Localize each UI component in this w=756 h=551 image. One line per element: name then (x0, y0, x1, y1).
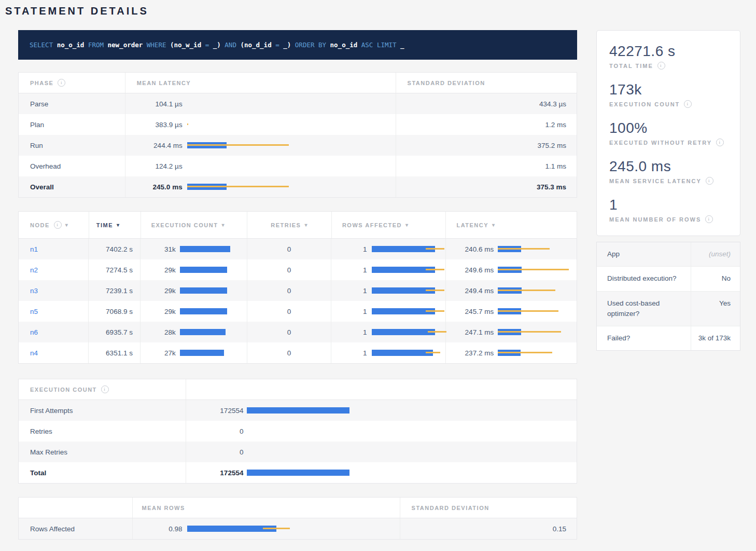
rows-affected-bar (372, 287, 445, 294)
mean-rows-bar (187, 526, 306, 532)
sql-token: _ (400, 41, 404, 49)
table-row: n1 7402.2 s 31k 0 1 240.6 ms (19, 239, 577, 259)
latency-bar (187, 121, 296, 128)
count-bar (247, 470, 361, 476)
retries-value: 0 (247, 342, 331, 363)
detail-label: Failed? (597, 326, 691, 350)
latency-value: 240.6 ms (456, 245, 494, 253)
detail-row-distributed-execution: Distributed execution? No (597, 267, 740, 291)
col-header-execution-count[interactable]: EXECUTION COUNT (141, 212, 247, 238)
count-bar (247, 407, 361, 414)
time-value: 6351.1 s (88, 342, 140, 363)
node-link[interactable]: n6 (30, 328, 38, 336)
exec-row-value: 172554 (198, 469, 243, 477)
latency-bar (498, 329, 577, 335)
col-header-retries[interactable]: RETRIES (247, 212, 331, 238)
sql-token: no_o_id (330, 41, 361, 49)
table-row: First Attempts 172554 (19, 400, 577, 421)
rows-affected-value: 1 (342, 287, 367, 295)
mean-latency-value: 244.4 ms (137, 142, 183, 149)
node-link[interactable]: n1 (30, 245, 38, 253)
latency-bar (187, 163, 296, 169)
rows-affected-label: Rows Affected (19, 518, 132, 539)
stat-total-time: 42271.6 s TOTAL TIME (609, 43, 727, 70)
count-bar (247, 428, 361, 434)
latency-value: 237.2 ms (456, 349, 494, 357)
info-icon[interactable] (657, 62, 665, 70)
page-title: STATEMENT DETAILS (5, 5, 756, 17)
col-header-latency[interactable]: LATENCY (445, 212, 577, 238)
detail-value: (unset) (691, 242, 740, 266)
phase-label: Overhead (19, 156, 125, 176)
node-link[interactable]: n3 (30, 287, 38, 295)
latency-bar (187, 184, 296, 190)
info-icon[interactable] (54, 221, 62, 229)
detail-value: 3k of 173k (691, 326, 740, 350)
rows-affected-bar (372, 350, 445, 356)
mean-latency-value: 245.0 ms (137, 183, 183, 191)
col-header-node[interactable]: NODE (19, 212, 89, 238)
node-link[interactable]: n2 (30, 266, 38, 274)
node-link[interactable]: n4 (30, 349, 38, 357)
summary-stats-card: 42271.6 s TOTAL TIME 173k EXECUTION COUN… (596, 30, 740, 236)
rows-affected-value: 1 (342, 308, 367, 315)
table-row: Plan 383.9 µs 1.2 ms (19, 114, 577, 135)
main-content: SELECT no_o_id FROM new_order WHERE (no_… (0, 30, 756, 540)
table-row: n3 7239.1 s 29k 0 1 249.4 ms (19, 280, 577, 301)
phase-label: Run (19, 135, 125, 156)
execution-count-value: 31k (151, 245, 176, 253)
rows-affected-bar (372, 246, 445, 252)
rows-affected-table: MEAN ROWS STANDARD DEVIATION Rows Affect… (18, 497, 577, 540)
execution-count-bar (180, 287, 247, 294)
table-row: n5 7068.9 s 29k 0 1 245.7 ms (19, 301, 577, 322)
info-icon[interactable] (716, 139, 724, 146)
execution-count-bar (180, 308, 247, 314)
exec-row-label: Retries (19, 421, 186, 442)
col-header-time[interactable]: TIME (89, 212, 141, 238)
latency-bar (187, 142, 296, 148)
stddev-value: 0.15 (400, 518, 577, 539)
retries-value: 0 (247, 301, 331, 322)
sql-token: = (275, 41, 283, 49)
info-icon[interactable] (684, 100, 692, 108)
execution-count-table: EXECUTION COUNT First Attempts 172554 Re… (18, 379, 577, 484)
stddev-value: 375.3 ms (396, 176, 577, 197)
rows-affected-bar (372, 308, 445, 314)
latency-value: 245.7 ms (456, 308, 494, 315)
node-link[interactable]: n5 (30, 308, 38, 315)
retries-value: 0 (247, 280, 331, 301)
sort-arrow-icon (405, 222, 409, 228)
info-icon[interactable] (706, 177, 713, 185)
detail-label: Used cost-based optimizer? (597, 292, 691, 326)
execution-count-section-title: EXECUTION COUNT (19, 379, 186, 400)
detail-row-cost-based-optimizer: Used cost-based optimizer? Yes (597, 292, 740, 327)
sort-arrow-icon (304, 222, 308, 228)
latency-bar (498, 267, 577, 273)
col-header-phase: PHASE (19, 73, 125, 93)
phase-latency-table: PHASE MEAN LATENCY STANDARD DEVIATION Pa… (18, 72, 577, 198)
execution-count-bar (180, 267, 247, 273)
retries-value: 0 (247, 239, 331, 259)
execution-count-value: 29k (151, 266, 176, 274)
latency-value: 247.1 ms (456, 328, 494, 336)
sql-statement-box: SELECT no_o_id FROM new_order WHERE (no_… (18, 30, 577, 60)
table-row: Total 172554 (19, 462, 577, 483)
node-stats-table: NODE TIME EXECUTION COUNT RETRIES (18, 211, 577, 364)
sql-token: _) (283, 41, 295, 49)
phase-label: Plan (19, 114, 125, 135)
detail-row-app: App (unset) (597, 242, 740, 267)
info-icon[interactable] (58, 79, 65, 87)
col-header-mean-latency: MEAN LATENCY (125, 73, 396, 93)
info-icon[interactable] (705, 215, 713, 223)
sort-arrow-icon (117, 222, 120, 228)
sort-arrow-icon (65, 222, 69, 228)
stat-value: 1 (609, 197, 727, 213)
col-header-rows-affected[interactable]: ROWS AFFECTED (331, 212, 446, 238)
sql-token: no_o_id (57, 41, 88, 49)
exec-row-label: First Attempts (19, 400, 186, 421)
mean-rows-value: 0.98 (142, 525, 183, 533)
sql-statement-text: SELECT no_o_id FROM new_order WHERE (no_… (30, 41, 404, 49)
execution-count-bar (180, 329, 247, 335)
info-icon[interactable] (101, 385, 109, 393)
stddev-value: 375.2 ms (396, 135, 577, 156)
